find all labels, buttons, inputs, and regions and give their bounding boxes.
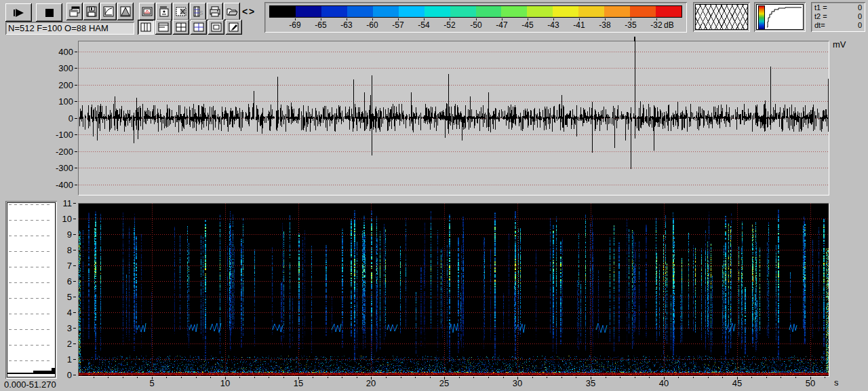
spectrogram-x-tick (517, 377, 518, 379)
window-function-icon (119, 5, 132, 18)
color-scale-tick-label: -54 (412, 20, 435, 30)
spectrogram-x-tick (415, 377, 416, 378)
stop-button[interactable] (36, 3, 62, 22)
waveform-y-tick (75, 134, 77, 135)
texture-pattern-panel[interactable] (693, 2, 750, 32)
crosshair-black-button[interactable] (173, 20, 189, 35)
spectrogram-y-tick (73, 375, 76, 375)
spectrogram-x-tick-label: 5 (142, 378, 162, 388)
spectrogram-y-tick-label: 7 (52, 261, 72, 271)
color-scale-segment (501, 6, 527, 17)
spectrogram-x-tick (766, 377, 767, 378)
spectrogram-x-tick (664, 377, 665, 379)
waveform-chart[interactable] (78, 41, 829, 196)
play-icon (12, 7, 26, 19)
spectrogram-x-tick (328, 377, 328, 378)
spectrum-gridline (9, 360, 51, 361)
time-unit-label: s (834, 377, 839, 388)
edit-button[interactable] (226, 20, 242, 35)
spectrogram-y-tick (73, 297, 76, 297)
colormap-curve-box (756, 4, 804, 30)
spectrogram-x-tick (269, 377, 269, 378)
colormap-gradient-icon (758, 5, 765, 30)
gain-curve-button[interactable] (100, 3, 117, 20)
spectrogram-y-tick (73, 343, 76, 344)
spectrogram-x-tick (751, 377, 752, 378)
dt-value: 0 (858, 21, 862, 30)
next-arrow[interactable]: > (248, 5, 255, 18)
colormap-curve-panel[interactable] (754, 2, 806, 32)
frame-sequence-button[interactable]: s (190, 3, 206, 20)
grid-vertical-lines-button[interactable] (138, 20, 154, 35)
grid-horizontal-lines-button[interactable] (155, 20, 172, 35)
selection-pattern-button[interactable] (173, 3, 189, 20)
color-scale-segment (425, 6, 450, 17)
save-button[interactable] (83, 3, 100, 20)
spectrogram-x-tick-label: 30 (507, 378, 528, 388)
spectrum-gridline (9, 282, 51, 283)
response-curve-icon (765, 5, 803, 29)
waveform-y-tick (75, 85, 77, 86)
spectrogram-x-tick (825, 377, 825, 378)
color-scale-tick-label: -35 (619, 20, 642, 30)
play-button[interactable] (5, 3, 32, 22)
crosshair-blue-button[interactable] (191, 20, 207, 35)
color-scale-unit: dB (664, 20, 684, 30)
spectrogram-x-tick-label: 10 (215, 378, 235, 388)
color-scale-tick-label: -69 (283, 20, 307, 30)
spectrogram-y-tick (73, 312, 76, 313)
cascade-windows-icon (68, 5, 81, 18)
color-scale-segment (270, 6, 296, 17)
window-function-button[interactable] (117, 3, 134, 20)
scale-settings-button[interactable] (156, 3, 172, 20)
t1-row: t1 = 0 (814, 3, 862, 12)
waveform-y-tick (75, 151, 77, 152)
print-icon (209, 5, 221, 18)
color-scale-segment (527, 6, 553, 17)
gain-curve-icon (102, 5, 115, 18)
waveform-unit-label: mV (833, 39, 846, 50)
spectrogram-x-tick (430, 377, 431, 378)
waveform-y-tick-label: 200 (42, 80, 73, 90)
spectrogram-x-tick (254, 377, 255, 378)
color-scale-segment (321, 6, 347, 17)
color-scale-tick-label: -60 (361, 20, 384, 30)
color-scale-tick-label: -38 (593, 20, 616, 30)
print-button[interactable] (207, 3, 223, 20)
display-frame-button[interactable] (139, 3, 155, 20)
spectrogram-y-tick (73, 359, 76, 360)
fft-status-readout: N=512 F=100 O=88 HAM (5, 22, 134, 35)
spectrogram-x-tick (166, 377, 167, 378)
spectrum-gridline (9, 298, 51, 299)
spectrogram-x-tick-label: 50 (800, 378, 821, 388)
time-readout-panel: t1 = 0 t2 = 0 dt= 0 (811, 2, 865, 32)
spectrogram-x-tick (591, 377, 591, 379)
prev-arrow[interactable]: < (241, 5, 248, 18)
cascade-windows-button[interactable] (66, 3, 83, 20)
spectrogram-x-tick (137, 377, 138, 378)
spectrogram-x-tick (547, 377, 547, 378)
spectrogram-x-tick (693, 377, 694, 378)
waveform-canvas[interactable] (79, 41, 829, 195)
spectrogram-y-tick-label: 6 (52, 276, 72, 286)
color-scale-tick-label: -47 (490, 20, 513, 30)
spectrum-gridline (9, 329, 51, 330)
spectrogram-x-tick (210, 377, 211, 378)
spectrum-gridline (9, 236, 51, 236)
spectrogram-x-tick (313, 377, 313, 378)
open-file-button[interactable] (224, 3, 240, 20)
spectrum-gridline (9, 314, 51, 314)
color-scale-bar (269, 5, 682, 18)
spectrogram-x-tick (401, 377, 401, 378)
spectrogram-x-tick (708, 377, 709, 378)
inner-frame-button[interactable] (208, 20, 224, 35)
color-scale-segment (296, 6, 321, 17)
spectrogram-x-tick-label: 35 (580, 378, 601, 388)
waveform-y-tick-label: 100 (42, 96, 73, 107)
open-folder-icon (226, 5, 238, 18)
spectrogram-chart[interactable] (78, 203, 829, 377)
spectrogram-canvas[interactable] (79, 204, 829, 376)
color-scale-segment (630, 6, 656, 17)
waveform-overflow-spike (634, 37, 635, 41)
color-scale-segment (656, 6, 682, 17)
